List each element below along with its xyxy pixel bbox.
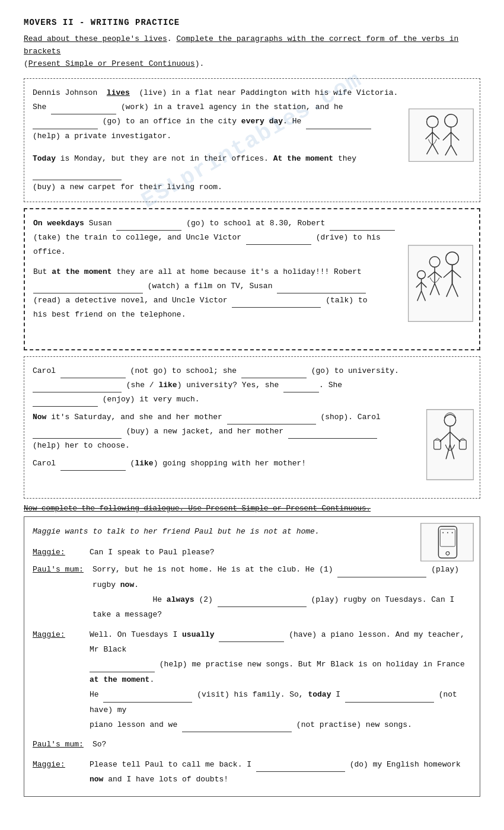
speaker-pauls-mum-2: Paul's mum:: [33, 737, 89, 752]
illustration-phone: [420, 523, 474, 561]
svg-rect-13: [409, 245, 473, 321]
dialogue-line-5: Maggie: Please tell Paul to call me back…: [33, 757, 471, 787]
section-2: On weekdays Susan (go) to school at 8.30…: [24, 208, 480, 350]
page-title: MOVERS II - WRITING PRACTICE: [24, 18, 480, 27]
section1-text: Dennis Johnson lives (live) in a flat ne…: [33, 86, 471, 194]
svg-point-46: [447, 532, 448, 533]
dialogue-line-4: Paul's mum: So?: [33, 737, 471, 752]
svg-point-45: [442, 532, 444, 533]
dialogue-line-1: Maggie: Can I speak to Paul please?: [33, 545, 471, 560]
section4-instructions: Now complete the following dialogue. Use…: [24, 505, 480, 513]
speaker-maggie-1: Maggie:: [33, 545, 86, 560]
dialogue-line-3: Maggie: Well. On Tuesdays I usually (hav…: [33, 627, 471, 732]
section-4-dialogue: Maggie wants to talk to her friend Paul …: [24, 516, 480, 797]
dialogue-intro: Maggie wants to talk to her friend Paul …: [33, 524, 471, 539]
section-1: ESLprintables.com Dennis Johnson lives (…: [24, 78, 480, 202]
illustration-couple: [409, 108, 474, 162]
illustration-family: [408, 245, 473, 322]
section3-text: Carol (not go) to school; she (go) to un…: [33, 364, 471, 471]
speaker-maggie-2: Maggie:: [33, 627, 86, 642]
speaker-pauls-mum-1: Paul's mum:: [33, 562, 89, 577]
section2-text: On weekdays Susan (go) to school at 8.30…: [33, 216, 471, 322]
svg-rect-0: [409, 109, 473, 161]
dialogue-text-4: So?: [92, 737, 106, 752]
section-3: Carol (not go) to school; she (go) to un…: [24, 356, 480, 499]
dialogue-text-5: Please tell Paul to call me back. I (do)…: [90, 757, 471, 787]
instructions: Read about these people's lives. Complet…: [24, 33, 480, 70]
illustration-shopping: [426, 409, 474, 480]
dialogue-text-1: Can I speak to Paul please?: [90, 545, 215, 560]
dialogue-text-2: Sorry, but he is not home. He is at the …: [92, 562, 471, 622]
dialogue-text-3: Well. On Tuesdays I usually (have) a pia…: [90, 627, 471, 732]
svg-point-47: [452, 532, 453, 533]
speaker-maggie-3: Maggie:: [33, 757, 86, 772]
dialogue-line-2: Paul's mum: Sorry, but he is not home. H…: [33, 562, 471, 622]
